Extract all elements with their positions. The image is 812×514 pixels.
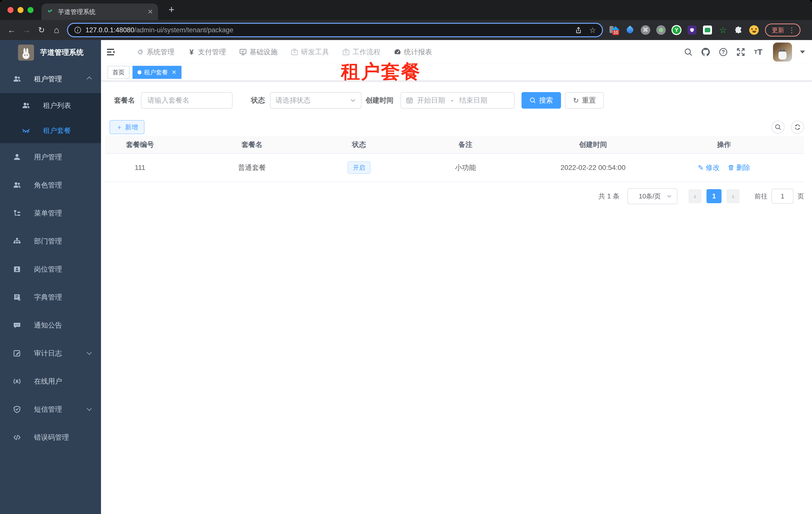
add-button[interactable]: ＋ 新增 [110, 120, 145, 134]
sidebar-item-online-users[interactable]: 在线用户 [0, 367, 101, 396]
help-icon[interactable]: ? [719, 47, 728, 57]
topnav-item-workflow[interactable]: 工作流程 [342, 47, 380, 57]
sidebar-item-dict-management[interactable]: 字典管理 [0, 283, 101, 311]
app-title: 芋道管理系统 [40, 48, 84, 58]
avatar-caret-icon[interactable] [800, 51, 805, 56]
tab-close-icon[interactable]: ✕ [147, 8, 153, 16]
page-size-value: 10条/页 [633, 192, 667, 201]
filter-form: 套餐名 状态 请选择状态 创建时间 开始日期 - 结束日期 [101, 81, 812, 109]
search-button-label: 搜索 [539, 96, 553, 105]
sidebar-item-label: 错误码管理 [34, 433, 69, 442]
sidebar-item-tenant-management[interactable]: 租户管理 [0, 65, 101, 93]
user-icon [13, 153, 21, 161]
add-button-label: 新增 [125, 123, 138, 132]
browser-menu-icon[interactable]: ⋮ [788, 26, 795, 34]
sidebar-item-notice[interactable]: 通知公告 [0, 311, 101, 339]
bookmark-star-icon[interactable]: ☆ [589, 26, 596, 34]
extension-icon[interactable]: Y [671, 25, 682, 35]
site-info-icon[interactable] [74, 26, 82, 34]
sidebar-item-sms-management[interactable]: 短信管理 [0, 396, 101, 424]
tag-close-icon[interactable]: ✕ [172, 69, 176, 76]
sidebar-item-tenant-list[interactable]: 租户列表 [0, 93, 101, 118]
edit-link[interactable]: ✎修改 [698, 163, 720, 172]
sidebar-item-label: 岗位管理 [34, 265, 62, 274]
topnav-item-reports[interactable]: 统计报表 [394, 47, 432, 57]
gear-icon [136, 48, 144, 56]
sidebar-item-label: 字典管理 [34, 293, 62, 302]
sidebar-item-label: 在线用户 [34, 377, 62, 386]
extensions-puzzle-icon[interactable] [733, 25, 744, 35]
cell-package-name: 普通套餐 [175, 163, 329, 172]
sidebar-item-audit-log[interactable]: 审计日志 [0, 339, 101, 367]
topnav-item-infra[interactable]: 基础设施 [239, 47, 278, 57]
sidebar-item-menu-management[interactable]: 菜单管理 [0, 199, 101, 227]
extension-icon[interactable]: 10 [609, 25, 619, 35]
search-button[interactable]: 搜索 [522, 92, 561, 109]
minimize-window-button[interactable] [18, 7, 24, 13]
page-jump-input[interactable] [772, 189, 793, 204]
url-bar[interactable]: 127.0.0.1:48080/admin-ui/system/tenant/p… [67, 23, 603, 37]
page-size-select[interactable]: 10条/页 [628, 188, 677, 204]
sidebar-item-error-code[interactable]: 错误码管理 [0, 424, 101, 452]
refresh-table-button[interactable] [791, 120, 804, 134]
date-start-placeholder: 开始日期 [417, 96, 445, 105]
extension-icon[interactable]: ⌘ [640, 25, 650, 35]
sidebar-menu: 租户管理 租户列表 租户套餐 用户管理 [0, 65, 101, 452]
tag-home[interactable]: 首页 [108, 66, 129, 79]
new-tab-button[interactable]: + [165, 4, 178, 15]
fullscreen-icon[interactable] [736, 47, 746, 57]
extension-icon[interactable] [656, 25, 666, 35]
topnav-item-system[interactable]: 系统管理 [136, 47, 174, 57]
home-icon[interactable]: ⌂ [50, 24, 63, 36]
briefcase-icon [290, 48, 298, 56]
date-separator: - [451, 96, 453, 104]
table-header-row: 套餐编号 套餐名 状态 备注 创建时间 操作 [105, 136, 804, 154]
sidebar-collapse-icon[interactable] [105, 47, 116, 58]
forward-icon[interactable]: → [20, 24, 33, 36]
cell-remark: 小功能 [389, 163, 542, 172]
topnav-item-payment[interactable]: ¥ 支付管理 [187, 47, 226, 57]
back-icon[interactable]: ← [5, 24, 18, 36]
font-size-icon[interactable]: TT [754, 47, 763, 57]
prev-page-button[interactable]: ‹ [689, 189, 701, 203]
topnav-item-devtools[interactable]: 研发工具 [290, 47, 329, 57]
maximize-window-button[interactable] [28, 7, 33, 13]
user-avatar[interactable] [773, 43, 792, 61]
chevron-down-icon [87, 406, 92, 411]
chevron-down-icon [87, 350, 92, 355]
github-icon[interactable] [701, 47, 710, 57]
sidebar-submenu-tenant: 租户列表 租户套餐 [0, 93, 101, 143]
filter-status-label: 状态 [251, 96, 265, 105]
delete-link[interactable]: 删除 [728, 163, 750, 172]
extension-icon[interactable] [702, 25, 713, 35]
sidebar-item-post-management[interactable]: 岗位管理 [0, 255, 101, 283]
reload-icon[interactable]: ↻ [35, 24, 48, 36]
search-icon[interactable] [684, 47, 693, 57]
extension-icon[interactable] [687, 25, 697, 35]
current-page-button[interactable]: 1 [706, 189, 722, 203]
topnav-label: 工作流程 [352, 47, 380, 57]
share-icon[interactable] [575, 26, 582, 34]
reset-button[interactable]: ↻ 重置 [565, 92, 604, 109]
toggle-search-button[interactable] [772, 120, 784, 134]
next-page-button[interactable]: › [726, 189, 740, 203]
tags-view-bar: 首页 租户套餐 ✕ [101, 64, 812, 81]
extension-icon[interactable] [625, 25, 635, 35]
tag-tenant-package[interactable]: 租户套餐 ✕ [133, 66, 181, 79]
table-row[interactable]: 111 普通套餐 开启 小功能 2022-02-22 00:54:00 ✎修改 … [105, 154, 804, 182]
extension-icon[interactable] [749, 25, 759, 35]
sidebar-item-tenant-package[interactable]: 租户套餐 [0, 118, 101, 143]
date-range-picker[interactable]: 开始日期 - 结束日期 [401, 92, 515, 109]
sidebar-item-role-management[interactable]: 角色管理 [0, 171, 101, 199]
main-area: 系统管理 ¥ 支付管理 基础设施 研发工具 工作流程 [101, 40, 812, 514]
close-window-button[interactable] [7, 7, 13, 13]
package-name-input[interactable] [141, 92, 232, 109]
sidebar-item-user-management[interactable]: 用户管理 [0, 143, 101, 171]
browser-update-chip[interactable]: 更新 ⋮ [765, 24, 801, 36]
extension-icon[interactable]: ☆ [718, 25, 728, 35]
app-logo-rabbit-image [18, 45, 34, 60]
col-header: 套餐名 [175, 140, 329, 150]
sidebar-item-dept-management[interactable]: 部门管理 [0, 227, 101, 255]
status-select[interactable]: 请选择状态 [270, 92, 361, 109]
browser-tab[interactable]: 芋道管理系统 ✕ [41, 3, 158, 20]
